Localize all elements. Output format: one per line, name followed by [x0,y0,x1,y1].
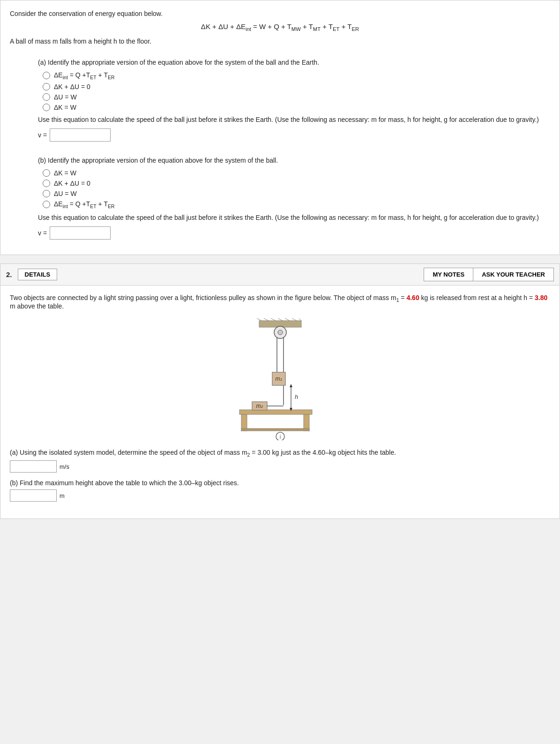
atwood-diagram: m₁ m₂ h i [229,318,332,440]
q1-v-input-row-a: v = [38,128,550,142]
q2-part-b-input[interactable] [10,489,57,502]
q1-a-option-2[interactable]: ΔK + ΔU = 0 [43,83,550,90]
q1-main-equation: ΔK + ΔU + ΔEint = W + Q + TMW + TMT + TE… [10,23,550,32]
q1-use-eq-text-b: Use this equation to calculate the speed… [38,213,550,223]
q1-b-option-2[interactable]: ΔK + ΔU = 0 [43,180,550,187]
q1-part-b-label: (b) Identify the appropriate version of … [38,156,550,165]
question-2-header: 2. DETAILS MY NOTES ASK YOUR TEACHER [0,263,560,285]
q2-part-a-unit: m/s [60,463,69,470]
q1-a-option-4[interactable]: ΔK = W [43,104,550,111]
q2-part-a-input[interactable] [10,460,57,473]
q2-part-b-answer-row: m [10,489,550,502]
q2-right: MY NOTES ASK YOUR TEACHER [424,268,554,281]
q1-part-b: (b) Identify the appropriate version of … [38,156,550,240]
svg-rect-17 [241,428,309,431]
svg-line-4 [278,318,283,321]
q1-part-a: (a) Identify the appropriate version of … [38,58,550,142]
q1-a-option-1[interactable]: ΔEint = Q +TET + TER [43,71,550,80]
q1-v-label-a: v = [38,131,47,139]
atwood-svg: m₁ m₂ h i [231,318,329,440]
q2-number: 2. [6,271,12,278]
q1-b-option-1[interactable]: ΔK = W [43,169,550,177]
q2-left: 2. DETAILS [6,269,57,280]
q2-part-a-label: (a) Using the isolated system model, det… [10,449,550,458]
ask-teacher-button[interactable]: ASK YOUR TEACHER [473,268,554,281]
q2-intro-text: Two objects are connected by a light str… [10,294,550,310]
q1-v-input-a[interactable] [50,128,111,142]
details-button[interactable]: DETAILS [18,269,58,280]
q1-a-option-3[interactable]: ΔU = W [43,93,550,101]
q1-v-input-b[interactable] [50,226,111,240]
q1-part-b-options: ΔK = W ΔK + ΔU = 0 ΔU = W ΔEint = Q +TET… [43,169,550,209]
svg-point-9 [278,330,283,335]
radio-circle-a1[interactable] [43,72,50,79]
q2-part-a: (a) Using the isolated system model, det… [10,449,550,473]
radio-circle-b4[interactable] [43,201,50,208]
q1-v-label-b: v = [38,229,47,237]
svg-text:m₂: m₂ [256,403,263,409]
svg-text:m₁: m₁ [275,376,282,382]
svg-line-3 [271,318,276,321]
radio-circle-b1[interactable] [43,169,50,177]
q1-use-eq-text: Use this equation to calculate the speed… [38,115,550,125]
svg-line-7 [299,318,301,321]
q1-intro: Consider the conservation of energy equa… [10,9,550,19]
svg-line-6 [292,318,297,321]
q1-v-input-row-b: v = [38,226,550,240]
svg-rect-14 [239,410,312,414]
radio-circle-a3[interactable] [43,93,50,101]
q1-ball-intro: A ball of mass m falls from a height h t… [10,37,550,46]
q1-b-option-4[interactable]: ΔEint = Q +TET + TER [43,200,550,209]
q1-part-a-options: ΔEint = Q +TET + TER ΔK + ΔU = 0 ΔU = W … [43,71,550,111]
radio-circle-b3[interactable] [43,190,50,197]
question-2-body: Two objects are connected by a light str… [0,285,560,519]
q2-part-b: (b) Find the maximum height above the ta… [10,479,550,502]
radio-circle-a2[interactable] [43,83,50,90]
q2-part-b-unit: m [60,492,65,499]
question-1-section: Consider the conservation of energy equa… [0,0,560,255]
radio-circle-a4[interactable] [43,104,50,111]
my-notes-button[interactable]: MY NOTES [424,268,473,281]
svg-text:h: h [295,393,298,400]
q2-part-b-label: (b) Find the maximum height above the ta… [10,479,550,487]
svg-line-5 [285,318,290,321]
svg-marker-22 [290,384,292,387]
svg-text:i: i [279,434,281,440]
q1-b-option-3[interactable]: ΔU = W [43,190,550,197]
radio-circle-b2[interactable] [43,180,50,187]
q1-part-a-label: (a) Identify the appropriate version of … [38,58,550,68]
q2-part-a-answer-row: m/s [10,460,550,473]
page-wrapper: Consider the conservation of energy equa… [0,0,560,519]
svg-line-2 [264,318,269,321]
svg-line-1 [257,318,261,321]
